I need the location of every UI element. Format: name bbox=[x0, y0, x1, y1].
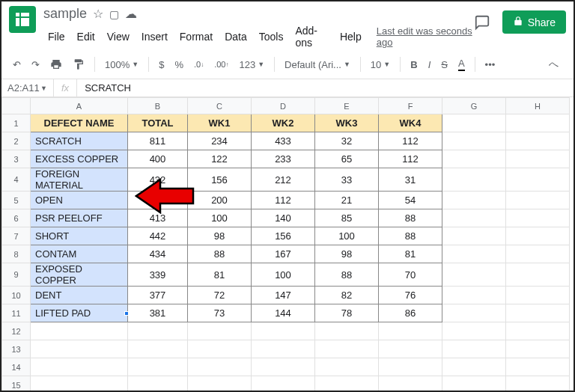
cell-wk3[interactable]: 85 bbox=[315, 209, 379, 227]
row-num[interactable]: 6 bbox=[2, 209, 31, 227]
cell-wk3[interactable]: 82 bbox=[315, 287, 379, 304]
print-icon[interactable] bbox=[46, 55, 66, 73]
name-box[interactable]: A2:A11▼ bbox=[1, 79, 54, 97]
cell-total[interactable]: 434 bbox=[128, 245, 188, 263]
row-num[interactable]: 11 bbox=[2, 304, 31, 322]
cell-wk3[interactable]: 21 bbox=[315, 192, 379, 209]
cell-wk1[interactable]: 81 bbox=[188, 263, 252, 287]
col-g[interactable]: G bbox=[442, 98, 506, 114]
row-1[interactable]: 1 bbox=[2, 114, 31, 132]
cell-wk3[interactable]: 32 bbox=[315, 132, 379, 150]
cell-wk3[interactable]: 33 bbox=[315, 168, 379, 192]
cell-wk1[interactable]: 72 bbox=[188, 287, 252, 304]
header-wk4[interactable]: WK4 bbox=[379, 114, 442, 132]
share-button[interactable]: Share bbox=[502, 10, 566, 34]
col-b[interactable]: B bbox=[128, 98, 188, 114]
cell-wk2[interactable]: 212 bbox=[252, 168, 315, 192]
italic-button[interactable]: I bbox=[425, 56, 435, 73]
select-all-corner[interactable] bbox=[2, 98, 31, 114]
cell-total[interactable]: 442 bbox=[128, 227, 188, 245]
cell-wk2[interactable]: 144 bbox=[252, 304, 315, 322]
cell-wk1[interactable]: 100 bbox=[188, 209, 252, 227]
cell-wk2[interactable]: 147 bbox=[252, 287, 315, 304]
more-tools-button[interactable]: ••• bbox=[481, 56, 499, 73]
text-color-button[interactable]: A bbox=[454, 55, 469, 74]
row-num[interactable]: 5 bbox=[2, 192, 31, 209]
cell-wk2[interactable]: 167 bbox=[252, 245, 315, 263]
cell-wk2[interactable]: 100 bbox=[252, 263, 315, 287]
menu-tools[interactable]: Tools bbox=[255, 29, 288, 44]
cell-wk2[interactable]: 233 bbox=[252, 150, 315, 168]
header-total[interactable]: TOTAL bbox=[128, 114, 188, 132]
cell-total[interactable]: 413 bbox=[128, 209, 188, 227]
menu-format[interactable]: Format bbox=[175, 29, 217, 44]
cell-wk1[interactable]: 98 bbox=[188, 227, 252, 245]
cell-total[interactable]: 387 bbox=[128, 192, 188, 209]
cell-wk2[interactable]: 156 bbox=[252, 227, 315, 245]
row-num[interactable]: 13 bbox=[2, 340, 31, 358]
cell-total[interactable]: 400 bbox=[128, 150, 188, 168]
zoom-dropdown[interactable]: 100%▼ bbox=[101, 57, 142, 73]
cell-wk4[interactable]: 86 bbox=[379, 304, 442, 322]
cell-defect[interactable]: CONTAM bbox=[31, 245, 128, 263]
cell-total[interactable]: 339 bbox=[128, 263, 188, 287]
cell-defect[interactable]: EXPOSED COPPER bbox=[31, 263, 128, 287]
cell-defect[interactable]: DENT bbox=[31, 287, 128, 304]
menu-edit[interactable]: Edit bbox=[73, 29, 100, 44]
cell-defect[interactable]: OPEN bbox=[31, 192, 128, 209]
cell-wk1[interactable]: 234 bbox=[188, 132, 252, 150]
strike-button[interactable]: S bbox=[437, 56, 451, 73]
row-num[interactable]: 14 bbox=[2, 358, 31, 376]
cell-wk4[interactable]: 88 bbox=[379, 209, 442, 227]
cell-wk4[interactable]: 88 bbox=[379, 227, 442, 245]
cell-total[interactable]: 381 bbox=[128, 304, 188, 322]
sheets-logo[interactable] bbox=[9, 6, 36, 33]
cloud-icon[interactable]: ☁ bbox=[125, 7, 137, 21]
cell-wk4[interactable]: 31 bbox=[379, 168, 442, 192]
increase-decimal[interactable]: .00↑ bbox=[210, 57, 232, 72]
menu-help[interactable]: Help bbox=[335, 29, 366, 44]
cell-defect[interactable]: PSR PEELOFF bbox=[31, 209, 128, 227]
font-dropdown[interactable]: Default (Ari...▼ bbox=[281, 57, 354, 73]
cell-wk3[interactable]: 65 bbox=[315, 150, 379, 168]
font-size-dropdown[interactable]: 10▼ bbox=[367, 57, 394, 73]
doc-title[interactable]: sample bbox=[43, 6, 87, 22]
col-c[interactable]: C bbox=[188, 98, 252, 114]
cell-wk1[interactable]: 88 bbox=[188, 245, 252, 263]
cell-wk4[interactable]: 76 bbox=[379, 287, 442, 304]
row-num[interactable]: 15 bbox=[2, 376, 31, 393]
col-f[interactable]: F bbox=[379, 98, 442, 114]
cell-wk4[interactable]: 54 bbox=[379, 192, 442, 209]
redo-icon[interactable]: ↷ bbox=[28, 56, 43, 73]
cell-wk1[interactable]: 156 bbox=[188, 168, 252, 192]
cell-wk3[interactable]: 88 bbox=[315, 263, 379, 287]
cell-defect[interactable]: FOREIGN MATERIAL bbox=[31, 168, 128, 192]
menu-data[interactable]: Data bbox=[220, 29, 252, 44]
collapse-toolbar-icon[interactable]: へ bbox=[541, 55, 566, 74]
cell-total[interactable]: 432 bbox=[128, 168, 188, 192]
cell-defect[interactable]: EXCESS COPPER bbox=[31, 150, 128, 168]
col-h[interactable]: H bbox=[506, 98, 570, 114]
selection-handle[interactable] bbox=[124, 311, 129, 316]
cell-total[interactable]: 377 bbox=[128, 287, 188, 304]
cell-wk2[interactable]: 112 bbox=[252, 192, 315, 209]
header-wk1[interactable]: WK1 bbox=[188, 114, 252, 132]
cell-wk1[interactable]: 122 bbox=[188, 150, 252, 168]
cell-wk1[interactable]: 200 bbox=[188, 192, 252, 209]
formula-input[interactable]: SCRATCH bbox=[77, 82, 139, 94]
row-num[interactable]: 8 bbox=[2, 245, 31, 263]
row-num[interactable]: 4 bbox=[2, 168, 31, 192]
menu-view[interactable]: View bbox=[103, 29, 134, 44]
menu-file[interactable]: File bbox=[43, 29, 70, 44]
move-icon[interactable]: ▢ bbox=[109, 8, 119, 20]
cell-wk4[interactable]: 70 bbox=[379, 263, 442, 287]
row-num[interactable]: 9 bbox=[2, 263, 31, 287]
spreadsheet-grid[interactable]: A B C D E F G H 1 DEFECT NAME TOTAL WK1 … bbox=[1, 97, 574, 392]
header-wk3[interactable]: WK3 bbox=[315, 114, 379, 132]
cell-wk3[interactable]: 78 bbox=[315, 304, 379, 322]
paint-format-icon[interactable] bbox=[69, 55, 88, 73]
header-wk2[interactable]: WK2 bbox=[252, 114, 315, 132]
row-num[interactable]: 12 bbox=[2, 322, 31, 340]
comments-icon[interactable] bbox=[472, 13, 492, 32]
star-icon[interactable]: ☆ bbox=[93, 7, 103, 21]
